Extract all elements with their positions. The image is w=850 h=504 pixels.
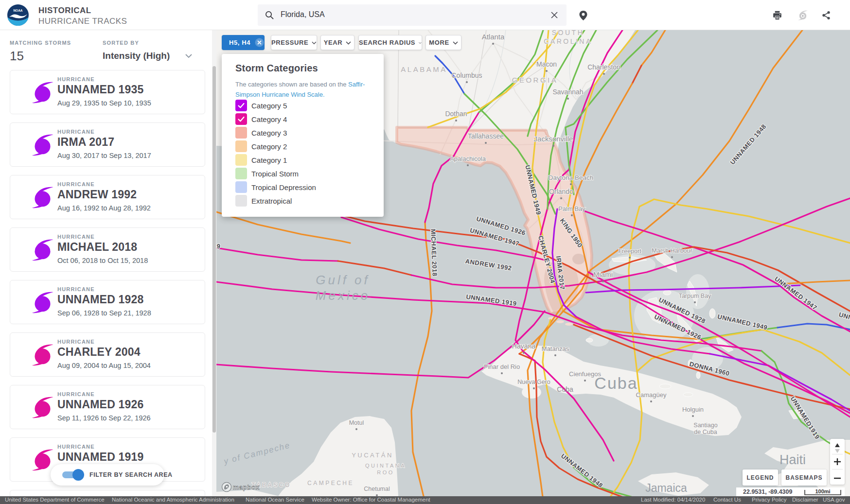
svg-text:Macon: Macon bbox=[536, 60, 557, 68]
svg-text:Chetumal: Chetumal bbox=[364, 486, 390, 492]
svg-text:de Cuba: de Cuba bbox=[694, 429, 717, 435]
svg-text:GEORGIA: GEORGIA bbox=[512, 76, 558, 84]
svg-text:NOAA: NOAA bbox=[13, 9, 22, 12]
svg-text:9: 9 bbox=[216, 243, 221, 250]
svg-text:CAMPECHE: CAMPECHE bbox=[307, 480, 354, 487]
svg-text:QUINTANA: QUINTANA bbox=[365, 463, 406, 469]
svg-text:ROO: ROO bbox=[377, 469, 394, 475]
svg-text:Motul: Motul bbox=[349, 419, 364, 426]
svg-text:Palm Bay: Palm Bay bbox=[558, 205, 585, 212]
svg-text:Holguin: Holguin bbox=[682, 406, 704, 413]
svg-text:Atlanta: Atlanta bbox=[482, 33, 505, 41]
svg-text:Haiti: Haiti bbox=[779, 452, 806, 467]
svg-text:Marsh Harbour: Marsh Harbour bbox=[652, 247, 692, 254]
svg-text:Havana: Havana bbox=[512, 342, 535, 350]
svg-text:Columbus: Columbus bbox=[451, 71, 482, 79]
svg-text:Tallahassee: Tallahassee bbox=[468, 132, 504, 140]
svg-text:SOUTH: SOUTH bbox=[552, 30, 584, 36]
svg-text:YUCATÁN: YUCATÁN bbox=[352, 452, 393, 459]
svg-text:Apalachicola: Apalachicola bbox=[450, 155, 486, 162]
svg-text:Pinar del Rio: Pinar del Rio bbox=[484, 363, 520, 370]
svg-text:Jacksonville: Jacksonville bbox=[534, 135, 573, 143]
svg-text:Orlando: Orlando bbox=[549, 188, 573, 195]
svg-text:Dothan: Dothan bbox=[445, 110, 467, 118]
svg-text:Freeport: Freeport bbox=[618, 248, 641, 255]
svg-text:mapbox: mapbox bbox=[233, 484, 260, 491]
svg-text:CAROLINA: CAROLINA bbox=[544, 37, 592, 45]
svg-text:Cuba: Cuba bbox=[557, 385, 573, 393]
svg-text:Charleston: Charleston bbox=[587, 63, 620, 71]
svg-text:Nueva Gero: Nueva Gero bbox=[517, 379, 550, 385]
svg-text:Daytona Beach: Daytona Beach bbox=[549, 174, 593, 181]
svg-text:Jamaica: Jamaica bbox=[645, 482, 687, 494]
svg-text:Santiago: Santiago bbox=[693, 422, 717, 429]
svg-text:Gulf of: Gulf of bbox=[316, 273, 370, 287]
svg-text:Cuba: Cuba bbox=[594, 374, 638, 392]
svg-text:100mi: 100mi bbox=[815, 489, 830, 494]
svg-text:Mexico: Mexico bbox=[316, 288, 370, 303]
svg-text:Miami: Miami bbox=[593, 270, 613, 278]
svg-text:Tarpum Bay: Tarpum Bay bbox=[679, 293, 711, 299]
svg-text:Savannah: Savannah bbox=[552, 88, 583, 96]
svg-text:Matanzas: Matanzas bbox=[542, 345, 569, 352]
svg-text:ALABAMA: ALABAMA bbox=[401, 65, 447, 73]
svg-text:Camagüey: Camagüey bbox=[636, 391, 667, 399]
